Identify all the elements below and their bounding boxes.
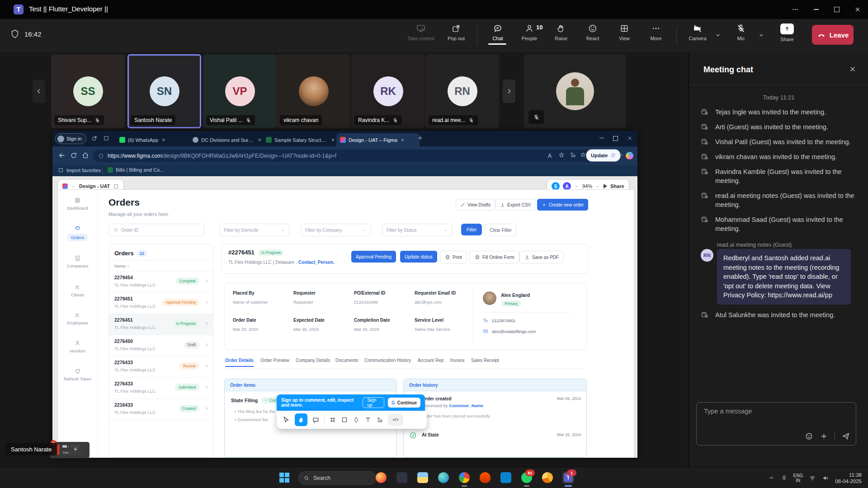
chrome-beta-icon[interactable]	[542, 472, 553, 483]
chevron-down-icon[interactable]	[574, 184, 579, 189]
participant-tile[interactable]: VP Vishal Patil ...	[203, 54, 277, 128]
chat-input-box[interactable]	[696, 402, 856, 446]
emoji-icon[interactable]	[805, 432, 813, 441]
sidebar-item-companies[interactable]: Companies	[58, 255, 97, 268]
create-new-order-button[interactable]: Create new order	[537, 199, 588, 211]
filter-status-select[interactable]: Filter by Status	[382, 224, 453, 236]
tab-close-icon[interactable]: ×	[401, 137, 404, 143]
brave-icon[interactable]	[479, 472, 491, 483]
new-tab-icon[interactable]	[417, 135, 424, 141]
camera-button[interactable]: Camera	[682, 23, 713, 41]
present-play-icon[interactable]	[604, 184, 607, 188]
collaborator-avatar[interactable]: A	[563, 182, 571, 190]
print-button[interactable]: Print	[440, 251, 467, 263]
participant-tile[interactable]: SS Shivani Sup...	[51, 54, 125, 128]
edge-icon[interactable]	[438, 472, 449, 483]
camera-options-chevron-icon[interactable]	[714, 32, 722, 39]
people-button[interactable]: 10 People	[514, 23, 545, 41]
attach-plus-icon[interactable]	[820, 432, 828, 441]
tab-sales-receipt[interactable]: Sales Receipt	[471, 358, 499, 363]
vscode-icon[interactable]	[500, 472, 512, 483]
tab-order-preview[interactable]: Order Preview	[260, 358, 289, 363]
window-more-icon[interactable]	[785, 0, 806, 19]
reload-icon[interactable]	[70, 151, 78, 160]
raise-hand-button[interactable]: Raise	[545, 23, 577, 41]
more-button[interactable]: More	[640, 23, 672, 41]
order-row-selected[interactable]: 2276451TL Flex Holdings LLC In Progress	[109, 314, 213, 335]
export-csv-button[interactable]: Export CSV	[495, 199, 535, 211]
address-bar[interactable]: https://www.figma.com/design/9BKQ0FOHRWa…	[93, 150, 613, 162]
order-row[interactable]: 2216433TL Flex Holdings LLC Created	[109, 399, 213, 420]
tray-chevron-up-icon[interactable]	[768, 474, 775, 481]
comment-tool-icon[interactable]	[312, 416, 320, 424]
browser-tab[interactable]: Sample Salary Structure with calc×	[262, 133, 342, 146]
tab-close-icon[interactable]: ×	[162, 137, 165, 143]
workspaces-icon[interactable]	[103, 135, 109, 141]
browser-tab[interactable]: DC Divisions and Surroundings×	[189, 133, 268, 146]
file-explorer-icon[interactable]	[417, 472, 429, 483]
hand-tool-icon[interactable]	[295, 413, 307, 426]
sidebar-item-orders[interactable]: Orders	[58, 225, 97, 241]
sidebar-item-refresh-token[interactable]: Refresh Token	[58, 368, 97, 381]
order-row[interactable]: 2276450TL Flex Holdings LLC Draft	[109, 335, 213, 357]
sidebar-item-employees[interactable]: Employees	[58, 312, 97, 325]
frame-tool-icon[interactable]	[329, 416, 336, 423]
text-tool-icon[interactable]	[364, 416, 372, 423]
resources-tool-icon[interactable]	[376, 416, 383, 423]
browser-tab[interactable]: (6) WhatsApp×	[116, 133, 194, 146]
browser-tab-active[interactable]: Design - UAT – Figma×	[336, 133, 420, 146]
spotlight-tile[interactable]	[524, 54, 626, 128]
dev-mode-toggle[interactable]: </>	[388, 414, 403, 426]
copilot-orb-icon[interactable]	[626, 152, 633, 160]
send-icon[interactable]	[841, 432, 850, 441]
view-button[interactable]: View	[609, 23, 640, 41]
sign-up-button[interactable]: Sign up	[363, 397, 384, 408]
window-minimize-button[interactable]	[806, 0, 826, 19]
order-row[interactable]: 2279451TL Flex Holdings LLC Approval Pen…	[109, 293, 213, 314]
volume-icon[interactable]	[822, 474, 829, 482]
app-dark-icon[interactable]	[396, 472, 408, 483]
extensions-icon[interactable]	[570, 151, 576, 158]
read-aloud-icon[interactable]: A	[548, 151, 552, 160]
tab-actions-icon[interactable]	[91, 135, 98, 141]
back-icon[interactable]	[58, 151, 66, 160]
sidebar-item-vendors[interactable]: Vendors	[58, 340, 97, 353]
react-button[interactable]: React	[577, 23, 609, 41]
participant-tile[interactable]: vikram chavan	[277, 54, 350, 128]
filter-button[interactable]: Filter	[461, 224, 482, 235]
contact-person-link[interactable]: Contact_Person.	[298, 260, 334, 265]
pen-tool-icon[interactable]	[353, 416, 360, 423]
fill-online-form-button[interactable]: Fill Online Form	[470, 251, 519, 263]
tiles-scroll-right-button[interactable]	[503, 80, 515, 103]
share-button[interactable]: Share	[771, 23, 803, 42]
shape-tool-icon[interactable]	[341, 416, 348, 423]
participant-tile[interactable]: RK Ravindra K...	[351, 54, 425, 128]
bookmark-import-favorites[interactable]: Import favorites	[58, 167, 101, 173]
chevron-down-icon[interactable]	[595, 184, 600, 189]
browser-close-icon[interactable]	[627, 135, 633, 141]
pop-out-button[interactable]: Pop out	[440, 23, 472, 41]
chat-message-input[interactable]	[703, 407, 840, 415]
order-id-search-input[interactable]: Order ID	[108, 224, 204, 236]
move-tool-icon[interactable]	[282, 416, 290, 424]
collections-icon[interactable]	[580, 151, 586, 158]
teams-icon[interactable]: T 1	[562, 472, 574, 483]
favorite-star-icon[interactable]	[558, 151, 565, 159]
browser-signin-chip[interactable]: Sign in	[55, 133, 86, 144]
tab-close-icon[interactable]: ×	[258, 137, 261, 143]
contact-email[interactable]: alex@vstatefilings.com	[483, 328, 536, 334]
filter-company-select[interactable]: Filter by Company	[301, 224, 371, 236]
participant-tile[interactable]: RN read.ai mee...	[425, 54, 499, 128]
mic-options-chevron-icon[interactable]	[758, 32, 765, 39]
order-row[interactable]: 2276433TL Flex Holdings LLC Review	[109, 357, 213, 378]
browser-minimize-icon[interactable]	[599, 135, 604, 138]
presenter-add-icon[interactable]	[69, 443, 82, 455]
filter-domicile-select[interactable]: Filter by Domicile	[219, 224, 290, 236]
wifi-icon[interactable]	[809, 474, 816, 482]
column-header-name[interactable]: Name ↓	[109, 261, 213, 272]
firefox-icon[interactable]	[375, 472, 387, 483]
tab-close-icon[interactable]: ×	[331, 137, 335, 143]
sidebar-item-dashboard[interactable]: Dashboard	[58, 197, 97, 211]
order-row[interactable]: 2279454TL Flex Holdings LLC Complete	[109, 272, 213, 293]
tab-order-details[interactable]: Order Details	[225, 358, 254, 363]
